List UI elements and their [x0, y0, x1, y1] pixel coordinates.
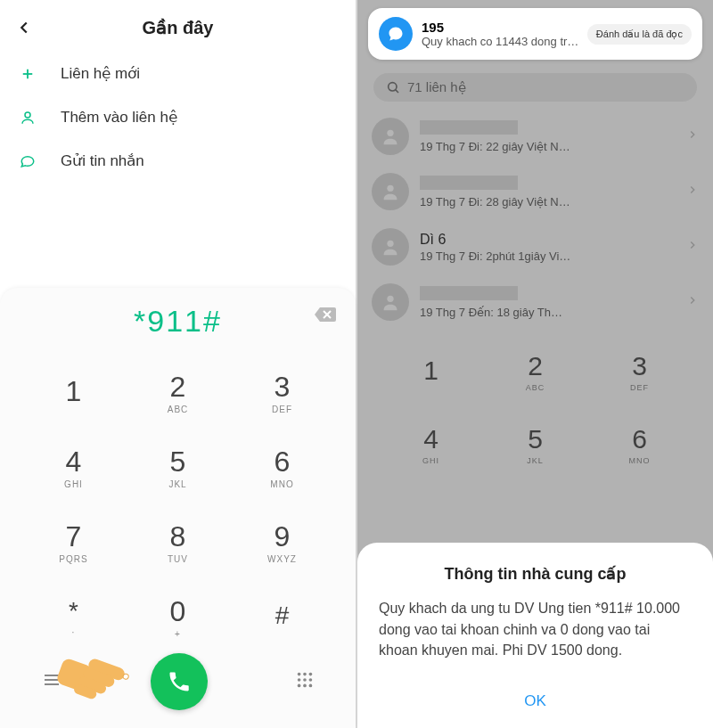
dialer-screen: Gần đây Liên hệ mới Thêm vào liên hệ Gửi…: [0, 0, 356, 728]
key-letters: PQRS: [59, 554, 87, 564]
svg-point-14: [298, 684, 301, 688]
key-7[interactable]: 7PQRS: [21, 505, 126, 580]
key-digit: 6: [275, 447, 291, 476]
dialog-title: Thông tin nhà cung cấp: [379, 564, 692, 584]
svg-point-15: [303, 684, 307, 688]
header: Gần đây: [0, 0, 356, 46]
grid-button[interactable]: [295, 670, 315, 693]
key-2[interactable]: 2ABC: [126, 356, 230, 430]
grid-icon: [295, 670, 315, 690]
key-letters: +: [175, 629, 181, 639]
key-3[interactable]: 3DEF: [230, 356, 334, 430]
key-0[interactable]: 0+: [126, 580, 230, 655]
keypad: 1 2ABC3DEF4GHI5JKL6MNO7PQRS8TUV9WXYZ*·0+…: [0, 343, 356, 655]
page-title: Gần đây: [9, 17, 347, 38]
backspace-icon: [313, 306, 336, 323]
key-letters: ·: [72, 627, 76, 637]
svg-point-11: [298, 678, 301, 682]
key-digit: 9: [275, 522, 291, 551]
notification-text: Quy khach co 11443 dong tr…: [422, 35, 587, 48]
mark-read-button[interactable]: Đánh dấu là đã đọc: [587, 24, 692, 45]
menu-button[interactable]: [41, 669, 62, 694]
svg-point-22: [122, 673, 129, 680]
key-letters: TUV: [168, 554, 188, 564]
svg-point-10: [309, 673, 313, 676]
hamburger-icon: [41, 669, 62, 691]
person-icon: [16, 110, 39, 126]
key-letters: WXYZ: [267, 554, 297, 564]
key-6[interactable]: 6MNO: [230, 430, 334, 505]
key-#[interactable]: #: [230, 580, 334, 655]
menu-add-to-contact[interactable]: Thêm vào liên hệ: [0, 95, 356, 139]
backspace-button[interactable]: [313, 306, 336, 327]
key-digit: 5: [170, 447, 186, 476]
key-4[interactable]: 4GHI: [21, 430, 126, 505]
notification-title: 195: [422, 20, 587, 35]
key-letters: JKL: [168, 479, 186, 489]
key-8[interactable]: 8TUV: [126, 505, 230, 580]
key-digit: 2: [170, 372, 186, 401]
svg-point-9: [303, 673, 307, 676]
key-1[interactable]: 1: [21, 356, 126, 430]
notification-body: 195 Quy khach co 11443 dong tr…: [422, 20, 587, 48]
key-digit: 8: [170, 522, 186, 551]
svg-rect-18: [86, 658, 126, 683]
key-letters: DEF: [272, 405, 292, 414]
key-letters: MNO: [270, 479, 293, 489]
svg-rect-21: [73, 683, 98, 700]
svg-point-2: [25, 112, 30, 118]
key-5[interactable]: 5JKL: [126, 430, 230, 505]
key-letters: GHI: [64, 479, 83, 489]
key-digit: #: [275, 603, 290, 628]
key-digit: 0: [170, 597, 186, 626]
key-digit: 1: [66, 377, 82, 405]
key-digit: 3: [275, 372, 291, 401]
dialog-message: Quy khach da ung tu DV Ung tien *911# 10…: [379, 598, 692, 660]
notification-banner[interactable]: 195 Quy khach co 11443 dong tr… Đánh dấu…: [368, 8, 702, 60]
dial-panel: *911# 1 2ABC3DEF4GHI5JKL6MNO7PQRS8TUV9WX…: [0, 288, 356, 728]
menu-new-contact[interactable]: Liên hệ mới: [0, 52, 356, 95]
menu-item-label: Thêm vào liên hệ: [61, 108, 177, 127]
message-app-icon: [379, 17, 413, 51]
provider-info-dialog: Thông tin nhà cung cấp Quy khach da ung …: [357, 543, 713, 728]
dial-bottom-row: [0, 655, 356, 728]
call-log-screen: 71 liên hệ 19 Thg 7 Đi: 22 giây Việt N…1…: [357, 0, 713, 728]
menu-item-label: Gửi tin nhắn: [61, 151, 144, 170]
key-digit: 4: [66, 447, 82, 476]
key-*[interactable]: *·: [21, 580, 126, 655]
svg-point-16: [309, 684, 313, 688]
key-digit: 7: [66, 522, 82, 551]
key-digit: *: [69, 599, 78, 624]
dial-input[interactable]: *911#: [134, 304, 222, 339]
dial-input-row: *911#: [0, 293, 356, 343]
menu-item-label: Liên hệ mới: [61, 64, 140, 83]
svg-point-13: [309, 678, 313, 682]
svg-rect-19: [82, 667, 116, 689]
svg-rect-20: [78, 675, 108, 695]
menu-send-message[interactable]: Gửi tin nhắn: [0, 139, 356, 183]
phone-icon: [167, 669, 192, 694]
key-9[interactable]: 9WXYZ: [230, 505, 334, 580]
chat-icon: [16, 153, 39, 169]
svg-point-12: [303, 678, 307, 682]
action-menu: Liên hệ mới Thêm vào liên hệ Gửi tin nhắ…: [0, 46, 356, 183]
dialog-ok-button[interactable]: OK: [379, 683, 692, 716]
plus-icon: [16, 66, 39, 82]
svg-point-8: [298, 673, 301, 676]
key-letters: ABC: [168, 405, 189, 414]
call-button[interactable]: [151, 653, 208, 710]
